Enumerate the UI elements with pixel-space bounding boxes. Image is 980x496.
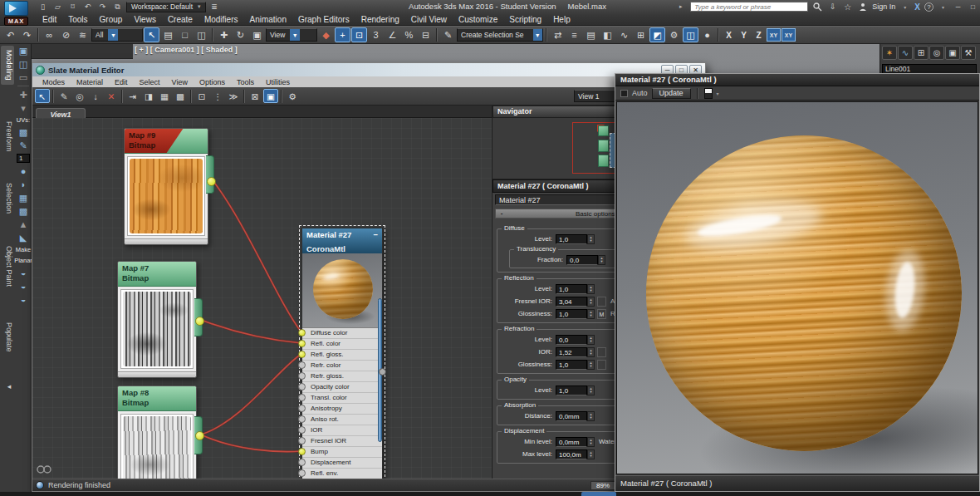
menu-views[interactable]: Views xyxy=(128,15,162,24)
slot-pin[interactable] xyxy=(298,437,306,444)
select-and-rotate-icon[interactable]: ↻ xyxy=(233,27,248,42)
slot-pin[interactable] xyxy=(298,351,306,358)
select-and-scale-icon[interactable]: ▣ xyxy=(249,27,265,42)
render-production-icon[interactable]: ● xyxy=(699,27,715,42)
cylinder-primitive-icon[interactable]: ◗ xyxy=(21,179,27,189)
map9-node-header[interactable]: Map #9 Bitmap xyxy=(125,129,208,154)
map-shortcut-button[interactable] xyxy=(597,360,606,370)
graphite-ribbon-icon[interactable]: ◧ xyxy=(600,27,615,42)
displacement-min-spinner[interactable]: 0,0mm xyxy=(556,437,587,447)
map-shortcut-button[interactable] xyxy=(597,347,606,357)
map7-bitmap-node[interactable]: Map #7 Bitmap xyxy=(117,261,197,378)
minimize-window-icon[interactable]: ─ xyxy=(953,2,963,12)
slate-menu-options[interactable]: Options xyxy=(194,78,231,86)
slot-pin[interactable] xyxy=(298,459,306,466)
show-grid-icon[interactable]: ▦ xyxy=(157,89,172,103)
slot-anisotropy[interactable]: Anisotropy xyxy=(302,404,382,415)
map8-node-header[interactable]: Map #8 Bitmap xyxy=(118,386,196,411)
map-shortcut-button[interactable] xyxy=(597,297,606,307)
map7-node-header[interactable]: Map #7 Bitmap xyxy=(118,262,196,287)
spinner-arrows[interactable] xyxy=(587,360,595,370)
map7-thumbnail[interactable] xyxy=(120,289,194,369)
keyboard-override-icon[interactable]: ⊡ xyxy=(351,27,367,42)
mirror-icon[interactable]: ⇄ xyxy=(550,27,566,42)
uv-channel-field[interactable]: 1 xyxy=(17,154,30,163)
slot-diffuse-color[interactable]: Diffuse color xyxy=(302,328,382,339)
slot-refr-gloss[interactable]: Refr. gloss. xyxy=(302,371,382,382)
slot-refl-color[interactable]: Refl. color xyxy=(302,339,382,350)
layer-manager-icon[interactable]: ▤ xyxy=(583,27,599,42)
redo-quick-icon[interactable]: ↷ xyxy=(96,2,109,12)
teapot-icon[interactable]: ◒ xyxy=(21,294,27,304)
slate-titlebar[interactable]: Slate Material Editor ─ □ ✕ xyxy=(32,63,705,76)
node-graph-canvas[interactable]: Map #9 Bitmap Map #7 Bitmap xyxy=(32,118,492,479)
dropdown-arrow-icon[interactable]: ▼ xyxy=(290,29,300,41)
menu-modifiers[interactable]: Modifiers xyxy=(198,15,244,24)
unlink-selection-icon[interactable]: ⊘ xyxy=(58,27,74,42)
reflection-glossiness-spinner[interactable]: 1,0 xyxy=(556,309,587,319)
spinner-arrows[interactable] xyxy=(587,284,595,294)
update-button[interactable]: Update xyxy=(652,88,691,99)
communication-center-icon[interactable]: ⇩ xyxy=(827,2,838,12)
plane-icon[interactable]: ◣ xyxy=(20,233,27,243)
favorites-star-icon[interactable]: ☆ xyxy=(842,2,853,12)
layout-all-icon[interactable]: ≫ xyxy=(226,89,241,103)
ribbon-tab-object-paint[interactable]: Object Paint xyxy=(1,242,14,291)
uv-lock-icon[interactable]: ▩ xyxy=(19,127,27,137)
slate-menu-select[interactable]: Select xyxy=(134,78,166,86)
slot-pin[interactable] xyxy=(298,383,306,390)
menu-create[interactable]: Create xyxy=(162,15,198,24)
slot-pin[interactable] xyxy=(298,329,306,336)
refraction-ior-spinner[interactable]: 1,52 xyxy=(556,347,587,357)
axis-x-button[interactable]: X xyxy=(722,28,736,42)
motion-tab-icon[interactable]: ◎ xyxy=(929,46,944,60)
timeline-progress-chip[interactable] xyxy=(581,492,616,496)
map7-output-socket[interactable] xyxy=(195,317,204,326)
options-gear-icon[interactable]: ⚙ xyxy=(285,89,300,103)
slot-pin[interactable] xyxy=(298,448,306,455)
layout-children-icon[interactable]: ⋮ xyxy=(210,89,225,103)
percent-snap-icon[interactable]: % xyxy=(401,27,417,42)
slot-pin[interactable] xyxy=(298,405,306,412)
dropdown-arrow-icon[interactable]: ▼ xyxy=(533,29,543,41)
map9-thumbnail[interactable] xyxy=(127,156,205,236)
put-to-scene-icon[interactable]: ◎ xyxy=(72,89,87,103)
map9-bitmap-node[interactable]: Map #9 Bitmap xyxy=(124,128,208,245)
strip-icon[interactable]: ▭ xyxy=(19,72,27,82)
spinner-arrows[interactable] xyxy=(587,437,595,447)
dropdown-arrow-icon[interactable]: ▼ xyxy=(108,29,118,41)
create-tab-icon[interactable]: ✶ xyxy=(882,46,897,60)
diffuse-level-spinner[interactable]: 1,0 xyxy=(556,234,587,244)
menu-help[interactable]: Help xyxy=(547,15,576,24)
ribbon-tab-selection[interactable]: Selection xyxy=(1,179,14,218)
map9-output-tab[interactable] xyxy=(206,155,214,194)
map9-output-socket[interactable] xyxy=(207,177,216,186)
render-setup-icon[interactable]: ⚙ xyxy=(666,27,682,42)
search-expand-icon[interactable]: ▸ xyxy=(675,2,686,12)
navigator-view-rect[interactable] xyxy=(572,122,615,174)
material-node-collapse-icon[interactable]: − xyxy=(373,230,378,240)
auto-update-checkbox[interactable] xyxy=(620,90,628,97)
teapot-icon[interactable]: ◒ xyxy=(21,268,27,277)
axis-y-button[interactable]: Y xyxy=(737,28,751,42)
spinner-arrows[interactable] xyxy=(587,449,595,459)
move-children-icon[interactable]: ⇥ xyxy=(125,89,140,103)
menu-graph-editors[interactable]: Graph Editors xyxy=(292,15,355,24)
put-to-library-icon[interactable]: ↓ xyxy=(88,89,103,103)
spinner-arrows[interactable] xyxy=(587,386,595,395)
slate-menu-utilities[interactable]: Utilities xyxy=(260,78,296,86)
snap-toggle-icon[interactable]: 3 xyxy=(368,27,384,42)
viewport-label[interactable]: [ + ] [ Camera001 ] [ Shaded ] xyxy=(135,46,238,54)
slot-ior[interactable]: IOR xyxy=(302,425,382,436)
material-node-preview[interactable] xyxy=(302,253,382,328)
select-and-link-icon[interactable]: ∞ xyxy=(42,27,57,42)
modify-tab-icon[interactable]: ∿ xyxy=(898,46,913,60)
workspace-dropdown[interactable]: Workspace: Default xyxy=(126,2,206,12)
delete-node-icon[interactable]: ✕ xyxy=(104,89,119,103)
translucency-fraction-spinner[interactable]: 0,0 xyxy=(566,255,598,265)
menu-scripting[interactable]: Scripting xyxy=(503,15,547,24)
spinner-arrows[interactable] xyxy=(587,309,595,319)
sign-in-link[interactable]: Sign In xyxy=(872,2,895,11)
checker-pattern-icon[interactable]: ▩ xyxy=(19,206,27,216)
absorption-distance-spinner[interactable]: 0,0mm xyxy=(556,411,587,421)
